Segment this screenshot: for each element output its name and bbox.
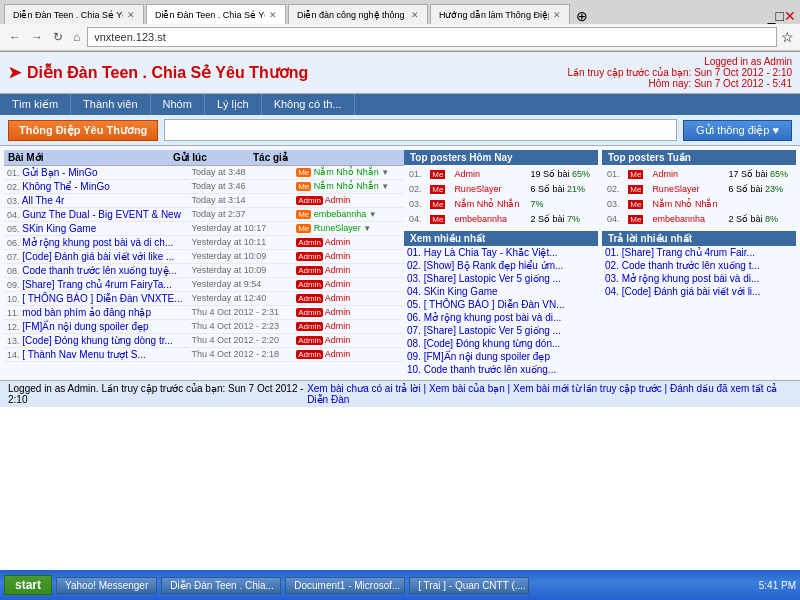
footer-links[interactable]: Xem bài chưa có ai trả lời | Xem bài của… [307,383,792,405]
xem-item[interactable]: 07. [Share] Lastopic Ver 5 giống ... [404,324,594,337]
tab-1[interactable]: Diễn Đàn Teen . Chia Sẻ Yê... ✕ [4,4,144,24]
post-author: Admin Admin [293,334,404,348]
poster-count: 6 Số bài 21% [528,182,596,195]
nav-groups[interactable]: Nhóm [151,94,205,115]
tab-2[interactable]: Diễn Đàn Teen . Chia Sẻ Yê... ✕ [146,4,286,24]
taskbar-trai[interactable]: [ Trai ] - Quan CNTT (.... [409,577,529,594]
tra-loi-item[interactable]: 01. [Share] Trang chủ 4rum Fair... [602,246,792,259]
xem-item[interactable]: 02. [Show] Bộ Rank đẹp hiểu ứm... [404,259,594,272]
new-tab-btn[interactable]: ⊕ [576,8,588,24]
tab-close-2[interactable]: ✕ [269,10,277,20]
poster-name[interactable]: RuneSlayer [649,182,723,195]
post-time: Today at 3:48 [189,166,294,180]
post-title[interactable]: [FM]Ẩn nội dung spoiler đẹp [22,321,148,332]
taskbar-yahoo[interactable]: Yahoo! Messenger [56,577,157,594]
table-row: 09. [Share] Trang chủ 4rum FairyTa... Ye… [4,278,404,292]
poster-count: 6 Số bài 23% [726,182,794,195]
poster-name[interactable]: Admin [451,167,525,180]
poster-badge: Me [628,170,643,179]
tab-close-1[interactable]: ✕ [127,10,135,20]
poster-badge: Me [430,215,445,224]
home-btn[interactable]: ⌂ [70,30,83,44]
xem-item[interactable]: 08. [Code] Đóng khung từng dón... [404,337,594,350]
minimize-btn[interactable]: _ [768,8,776,24]
address-bar[interactable] [87,27,777,47]
post-title[interactable]: Code thanh trước lên xuống tuyệ... [22,265,177,276]
post-num: 06. [7,238,20,248]
post-time: Thu 4 Oct 2012 - 2:31 [189,306,294,320]
xem-item[interactable]: 06. Mở rộng khung post bài và di... [404,311,594,324]
post-num: 14. [7,350,20,360]
poster-name[interactable]: Nắm Nhỏ Nhắn [451,197,525,210]
author-name: Admin [325,265,351,275]
post-time: Today at 3:46 [189,180,294,194]
tab-close-3[interactable]: ✕ [411,10,419,20]
author-name: Admin [325,293,351,303]
top-poster-week-row: 02. Me RuneSlayer 6 Số bài 23% [604,182,794,195]
tra-loi-item[interactable]: 04. [Code] Đánh giá bài viết với li... [602,285,792,298]
rank-badge: Admin [296,196,323,205]
xem-item[interactable]: 09. [FM]Ẩn nội dung spoiler đẹp [404,350,594,363]
post-title[interactable]: SKin King Game [22,223,96,234]
post-num: 03. [7,196,20,206]
nav-search[interactable]: Tìm kiếm [0,94,71,115]
post-title[interactable]: [Code] Đánh giá bài viết với like ... [22,251,174,262]
close-btn[interactable]: ✕ [784,8,796,24]
poster-name[interactable]: embebannha [649,212,723,225]
post-title[interactable]: [Code] Đóng khung từng dòng tr... [22,335,173,346]
post-title[interactable]: [Share] Trang chủ 4rum FairyTa... [22,279,171,290]
post-time: Yesterday at 10:09 [189,250,294,264]
taskbar-forum[interactable]: Diễn Đàn Teen . Chia... [161,577,281,594]
reload-btn[interactable]: ↻ [50,30,66,44]
tab-4[interactable]: Hướng dẫn làm Thông Điệp Y... ✕ [430,4,570,24]
maximize-btn[interactable]: □ [776,8,784,24]
poster-name[interactable]: RuneSlayer [451,182,525,195]
xem-item[interactable]: 03. [Share] Lastopic Ver 5 giống ... [404,272,594,285]
nav-other[interactable]: Không có th... [262,94,355,115]
post-title[interactable]: All The 4r [22,195,65,206]
post-title[interactable]: [ Thành Nav Menu trượt S... [22,349,146,360]
tra-loi-item[interactable]: 03. Mở rộng khung post bài và di... [602,272,792,285]
taskbar-word[interactable]: Document1 - Microsof... [285,577,405,594]
author-name: RuneSlayer [314,223,361,233]
post-title[interactable]: Gunz The Dual - Big EVENT & New [22,209,181,220]
col-header-author: Tác giả [253,152,353,163]
send-btn[interactable]: Gửi thông điệp ♥ [683,120,792,141]
post-title[interactable]: [ THÔNG BÁO ] Diễn Đàn VNXTE... [22,293,182,304]
forward-btn[interactable]: → [28,30,46,44]
poster-num: 04. [406,212,425,225]
poster-count [726,197,794,210]
post-title[interactable]: Mở rộng khung post bài và di ch... [22,237,173,248]
top-poster-row: 02. Me RuneSlayer 6 Số bài 21% [406,182,596,195]
post-title[interactable]: mod bàn phím ảo đăng nhập [22,307,151,318]
post-time: Yesterday at 10:11 [189,236,294,250]
xem-item[interactable]: 04. SKin King Game [404,285,594,298]
poster-badge-cell: Me [625,182,647,195]
poster-name[interactable]: embebannha [451,212,525,225]
xem-item[interactable]: 10. Code thanh trước lên xuống... [404,363,594,376]
nav-profile[interactable]: Lý lịch [205,94,262,115]
post-title[interactable]: Không Thể - MinGo [22,181,110,192]
tab-close-4[interactable]: ✕ [553,10,561,20]
tab-3[interactable]: Diễn đàn công nghệ thông ti... ✕ [288,4,428,24]
xem-item[interactable]: 01. Hay Là Chia Tay - Khắc Việt... [404,246,594,259]
post-author: Admin Admin [293,306,404,320]
author-name: Admin [325,349,351,359]
tra-loi-item[interactable]: 02. Code thanh trước lên xuống t... [602,259,792,272]
bookmark-star[interactable]: ☆ [781,29,794,45]
nav-members[interactable]: Thành viên [71,94,150,115]
post-title[interactable]: Gửi Bạn - MinGo [22,167,97,178]
rank-badge: Admin [296,252,323,261]
table-row: 11. mod bàn phím ảo đăng nhập Thu 4 Oct … [4,306,404,320]
rank-badge: Admin [296,350,323,359]
poster-name[interactable]: Admin [649,167,723,180]
xem-item[interactable]: 05. [ THÔNG BÁO ] Diễn Đàn VN... [404,298,594,311]
back-btn[interactable]: ← [6,30,24,44]
poster-badge: Me [430,200,445,209]
message-input[interactable] [164,119,677,141]
message-btn[interactable]: Thông Điệp Yêu Thương [8,120,158,141]
start-button[interactable]: start [4,575,52,595]
logo-arrow: ➤ [8,63,21,82]
poster-name[interactable]: Nắm Nhỏ Nhắn [649,197,723,210]
poster-badge: Me [628,215,643,224]
